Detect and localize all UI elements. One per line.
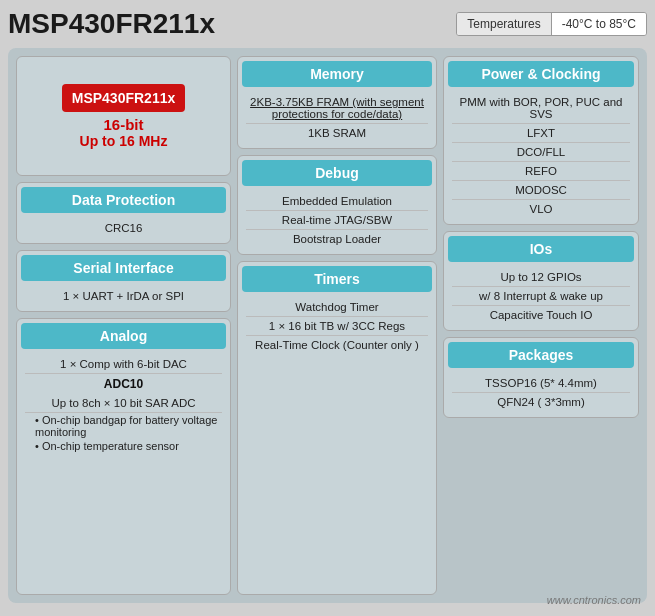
watermark: www.cntronics.com [547, 594, 641, 606]
chip-info-card: MSP430FR211x 16-bit Up to 16 MHz [16, 56, 231, 176]
pwr-item-0: PMM with BOR, POR, PUC and SVS [452, 93, 630, 124]
timers-item-2: Real-Time Clock (Counter only ) [246, 336, 428, 354]
packages-item-1: QFN24 ( 3*3mm) [452, 393, 630, 411]
ios-header: IOs [448, 236, 634, 262]
chip-bit: 16-bit [103, 116, 143, 133]
ios-card: IOs Up to 12 GPIOs w/ 8 Interrupt & wake… [443, 231, 639, 331]
analog-adc-title: ADC10 [25, 374, 222, 394]
packages-body: TSSOP16 (5* 4.4mm) QFN24 ( 3*3mm) [444, 370, 638, 417]
pwr-item-5: VLO [452, 200, 630, 218]
debug-card: Debug Embedded Emulation Real-time JTAG/… [237, 155, 437, 255]
data-protection-card: Data Protection CRC16 [16, 182, 231, 244]
packages-card: Packages TSSOP16 (5* 4.4mm) QFN24 ( 3*3m… [443, 337, 639, 418]
ios-item-2: Capacitive Touch IO [452, 306, 630, 324]
left-column: MSP430FR211x 16-bit Up to 16 MHz Data Pr… [16, 56, 231, 595]
page-title: MSP430FR211x [8, 8, 215, 40]
analog-body: 1 × Comp with 6-bit DAC ADC10 Up to 8ch … [17, 351, 230, 459]
debug-item-1: Real-time JTAG/SBW [246, 211, 428, 230]
analog-comp: 1 × Comp with 6-bit DAC [25, 355, 222, 374]
debug-body: Embedded Emulation Real-time JTAG/SBW Bo… [238, 188, 436, 254]
serial-interface-body: 1 × UART + IrDA or SPI [17, 283, 230, 311]
serial-interface-header: Serial Interface [21, 255, 226, 281]
right-column: Power & Clocking PMM with BOR, POR, PUC … [443, 56, 639, 595]
analog-card: Analog 1 × Comp with 6-bit DAC ADC10 Up … [16, 318, 231, 595]
debug-item-0: Embedded Emulation [246, 192, 428, 211]
analog-adc-desc: Up to 8ch × 10 bit SAR ADC [25, 394, 222, 413]
serial-interface-item-0: 1 × UART + IrDA or SPI [25, 287, 222, 305]
timers-card: Timers Watchdog Timer 1 × 16 bit TB w/ 3… [237, 261, 437, 595]
ios-body: Up to 12 GPIOs w/ 8 Interrupt & wake up … [444, 264, 638, 330]
memory-item-1: 1KB SRAM [246, 124, 428, 142]
temp-label: Temperatures [457, 13, 551, 35]
timers-header: Timers [242, 266, 432, 292]
pwr-item-1: LFXT [452, 124, 630, 143]
analog-header: Analog [21, 323, 226, 349]
power-clocking-body: PMM with BOR, POR, PUC and SVS LFXT DCO/… [444, 89, 638, 224]
debug-item-2: Bootstrap Loader [246, 230, 428, 248]
ios-item-1: w/ 8 Interrupt & wake up [452, 287, 630, 306]
memory-item-0: 2KB-3.75KB FRAM (with segment protection… [246, 93, 428, 124]
ios-item-0: Up to 12 GPIOs [452, 268, 630, 287]
memory-body: 2KB-3.75KB FRAM (with segment protection… [238, 89, 436, 148]
main-container: MSP430FR211x Temperatures -40°C to 85°C … [0, 0, 655, 616]
analog-bullet-1: • On-chip temperature sensor [25, 439, 222, 453]
chip-freq: Up to 16 MHz [80, 133, 168, 149]
power-clocking-header: Power & Clocking [448, 61, 634, 87]
memory-header: Memory [242, 61, 432, 87]
pwr-item-3: REFO [452, 162, 630, 181]
temperature-box: Temperatures -40°C to 85°C [456, 12, 647, 36]
chip-name-badge: MSP430FR211x [62, 84, 186, 112]
center-column: Memory 2KB-3.75KB FRAM (with segment pro… [237, 56, 437, 595]
timers-body: Watchdog Timer 1 × 16 bit TB w/ 3CC Regs… [238, 294, 436, 360]
serial-interface-card: Serial Interface 1 × UART + IrDA or SPI [16, 250, 231, 312]
packages-header: Packages [448, 342, 634, 368]
data-protection-body: CRC16 [17, 215, 230, 243]
timers-item-0: Watchdog Timer [246, 298, 428, 317]
debug-header: Debug [242, 160, 432, 186]
power-clocking-card: Power & Clocking PMM with BOR, POR, PUC … [443, 56, 639, 225]
pwr-item-4: MODOSC [452, 181, 630, 200]
data-protection-item-0: CRC16 [25, 219, 222, 237]
pwr-item-2: DCO/FLL [452, 143, 630, 162]
content-area: MSP430FR211x 16-bit Up to 16 MHz Data Pr… [8, 48, 647, 603]
memory-card: Memory 2KB-3.75KB FRAM (with segment pro… [237, 56, 437, 149]
packages-item-0: TSSOP16 (5* 4.4mm) [452, 374, 630, 393]
analog-bullet-0: • On-chip bandgap for battery voltage mo… [25, 413, 222, 439]
temp-value: -40°C to 85°C [552, 13, 646, 35]
data-protection-header: Data Protection [21, 187, 226, 213]
timers-item-1: 1 × 16 bit TB w/ 3CC Regs [246, 317, 428, 336]
header: MSP430FR211x Temperatures -40°C to 85°C [8, 8, 647, 40]
